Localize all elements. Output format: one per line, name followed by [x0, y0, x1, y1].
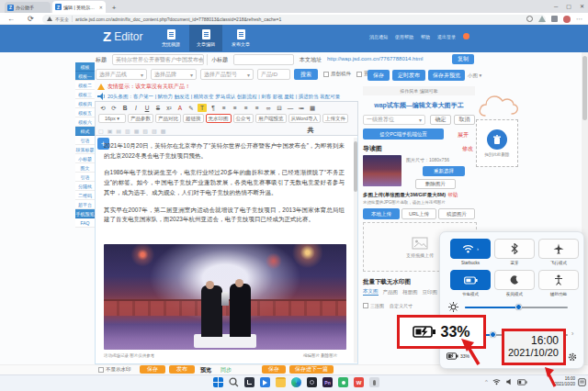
font-color-icon[interactable]: A [175, 104, 185, 112]
copy-url-button[interactable]: 复制 [452, 54, 474, 64]
product-params-button[interactable]: 产品参数 [128, 114, 153, 123]
search-button[interactable]: 搜索 [294, 69, 318, 80]
select-product-line[interactable]: 选择产品线▾ [96, 69, 147, 80]
footer-preview-link[interactable]: 预览 [200, 366, 211, 374]
link-icon[interactable]: ∞ [264, 104, 273, 112]
reselect-image-button[interactable]: 重新选择 [423, 166, 465, 176]
battery-saver-tile[interactable] [450, 270, 491, 290]
footer-watermark-checkbox[interactable]: 不显示水印 [98, 366, 131, 373]
unlink-icon[interactable]: ⊟ [275, 104, 284, 112]
hyperlink-button[interactable]: 超链接 [183, 114, 204, 123]
header-link-help[interactable]: 帮助 [421, 34, 430, 39]
align-center-icon[interactable]: ≡ [231, 104, 240, 112]
align-justify-icon[interactable]: ≡ [253, 104, 262, 112]
maximize-button[interactable]: ▢ [566, 3, 571, 9]
block-icon[interactable]: ▤ [116, 128, 121, 134]
subtitle-input[interactable] [233, 54, 294, 65]
app-logo[interactable]: Z Editor [103, 28, 143, 44]
browser-tab-2-active[interactable]: Z 编辑 | 英特尔世界公开赛客户中… ✕ [52, 1, 106, 13]
lead-image-thumbnail[interactable] [363, 155, 401, 186]
highlight-icon[interactable]: T [198, 104, 207, 112]
pin-app-icon[interactable] [369, 377, 379, 387]
block-icon[interactable]: ▥ [125, 128, 130, 134]
align-right-icon[interactable]: ≡ [242, 104, 251, 112]
word-import-button[interactable]: 从Word导入 [288, 114, 322, 123]
block-icon[interactable]: ▩ [161, 128, 166, 134]
footer-save-button[interactable]: 保存 [140, 365, 165, 374]
custom-size-option[interactable]: 自定义尺寸 [390, 303, 413, 308]
select-brand[interactable]: 选择品牌▾ [151, 69, 197, 80]
bookmark-star-icon[interactable] [538, 16, 546, 22]
url-text[interactable]: article.jsd.com.cn/admin/fix_doc_content… [75, 17, 541, 22]
url-pill[interactable]: 不安全 article.jsd.com.cn/admin/fix_doc_con… [42, 15, 546, 24]
sidebar-item-template6[interactable]: 模板六 [75, 117, 95, 127]
char-icon[interactable]: 共 [307, 126, 313, 135]
triple-image-checkbox[interactable]: 三连图 [363, 303, 384, 308]
article-photo[interactable] [104, 244, 346, 350]
tab-url-upload[interactable]: URL上传 [401, 208, 436, 219]
minimize-button[interactable]: ─ [554, 4, 558, 9]
sidebar-item-divider[interactable]: 分隔线 [75, 182, 95, 191]
search-icon[interactable] [229, 377, 239, 387]
header-link-logout[interactable]: 退出登录 [437, 34, 456, 39]
night-mode-tile[interactable] [494, 270, 535, 290]
small-image-link[interactable]: 小图 ▾ [468, 73, 481, 79]
tab-source-images[interactable]: 稿源图片 [438, 208, 475, 219]
camera-app-icon[interactable] [307, 377, 317, 387]
batch-tab-album[interactable]: 相册图 [402, 289, 418, 296]
taskview-app-icon[interactable] [244, 377, 254, 387]
volume-chevron[interactable]: › [571, 330, 573, 337]
pencil-icon[interactable]: ✎ [187, 104, 196, 112]
editor-paragraphs[interactable]: 2021年10月20日，英特尔在北京举办了“英特尔世界公开赛暨客户中国发布会”，… [104, 141, 345, 242]
block-icon[interactable]: ▨ [152, 128, 157, 134]
settings-gear-icon[interactable] [568, 352, 577, 362]
italic-icon[interactable]: I [131, 104, 141, 112]
submit-position-button[interactable]: 提交PC端手机端位置 [363, 128, 444, 140]
new-tab-button[interactable]: + [109, 3, 119, 12]
save-preview-button[interactable]: 保存并预览 [428, 70, 465, 81]
browser-tab-1[interactable]: Z 办公助手 [5, 2, 51, 13]
nav-item-edit-active[interactable]: 文章编辑 [189, 25, 222, 51]
font-size-select[interactable]: 16px ▾ [98, 114, 126, 123]
sidebar-item-quote[interactable]: 引语 [75, 136, 95, 145]
bluetooth-tile[interactable] [494, 239, 535, 259]
align-left-icon[interactable]: ≡ [220, 104, 229, 112]
delete-image-button[interactable]: 删除图片 [415, 179, 456, 189]
green-app-icon[interactable] [338, 377, 348, 387]
pn-app-icon[interactable]: Pn [322, 377, 333, 387]
list-icon[interactable]: ≔ [297, 104, 306, 112]
browser-menu-icon[interactable]: ⋯ [576, 16, 582, 23]
paragraph[interactable]: 其实早在2007年，第二届亚洲室内运动会就增设了电子竞技项目，2013年国家体育… [104, 206, 345, 225]
sidebar-item-paragraph-title[interactable]: 段落标题 [75, 145, 95, 154]
checkbox-icon[interactable] [363, 303, 368, 308]
tile-chevron[interactable]: › [477, 246, 479, 251]
ticker-links[interactable]: 20头条图：客户第一 | 赋动力 触发送 | 精简改变 梦马成认 创新流程 | … [107, 94, 355, 100]
underline-icon[interactable]: U [142, 104, 152, 112]
checkbox-icon[interactable] [356, 72, 362, 77]
block-icon[interactable]: ▦ [134, 128, 140, 134]
scrollbar-thumb[interactable] [582, 56, 587, 120]
no-watermark-button[interactable]: 无水印图 [206, 114, 232, 123]
sidebar-item-template1-active[interactable]: 模板一 [75, 72, 95, 81]
checkbox-icon[interactable] [323, 72, 329, 77]
select-product-model[interactable]: 选择产品型号▾ [200, 69, 254, 80]
client-preview-button[interactable]: 用户端预览 [255, 114, 287, 123]
accessibility-tile[interactable] [538, 270, 579, 290]
tray-battery-icon[interactable] [517, 379, 527, 385]
sidebar-item-subtitle[interactable]: 小标题 [75, 154, 95, 163]
editor-scrollbar-thumb[interactable] [354, 141, 357, 192]
paragraph-icon[interactable]: ¶ [209, 104, 218, 112]
sidebar-item-template2[interactable]: 模板二 [75, 81, 95, 90]
horizontal-rule-icon[interactable]: — [286, 104, 295, 112]
refresh-icon[interactable]: ⟳ [28, 15, 34, 23]
airplane-mode-tile[interactable] [538, 239, 579, 259]
nav-item-sources[interactable]: 无忧稿源 [154, 25, 187, 51]
batch-tab-article-active[interactable]: 本文图 [363, 288, 379, 296]
drag-delete-dropzone[interactable]: 拖到此处删除 [476, 119, 518, 167]
avatar[interactable] [463, 33, 469, 39]
checkbox-icon[interactable] [98, 367, 104, 373]
save-button[interactable]: 保存 [368, 70, 390, 81]
footer-sync-link[interactable]: 同步 [220, 366, 232, 374]
start-button[interactable] [213, 377, 223, 387]
block-icon[interactable]: ▧ [142, 128, 148, 134]
